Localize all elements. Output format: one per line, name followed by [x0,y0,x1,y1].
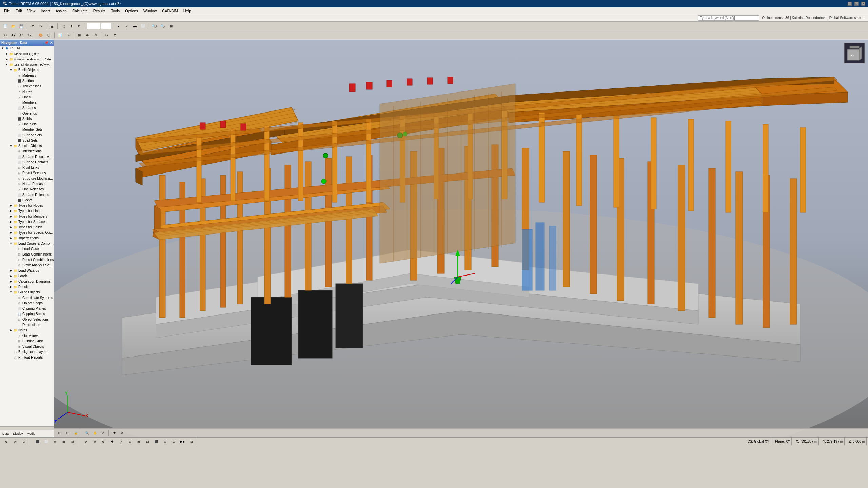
nav-data-tab[interactable]: Data [1,430,11,438]
menu-help[interactable]: Help [181,8,194,14]
snap-grid-btn[interactable]: ⊞ [76,32,83,39]
nav-guide-objects[interactable]: ▼ 📁 Guide Objects [0,290,54,295]
status-r11[interactable]: ⊙ [170,439,178,445]
results-btn[interactable]: 📊 [56,32,64,39]
snap-line-btn[interactable]: ⊙ [92,32,99,39]
viewport-3d[interactable]: X Y Z +X ⊞ ⊟ 🔒 [54,40,868,437]
nav-background-layers[interactable]: ⬚ Background Layers [0,349,54,355]
nav-imperfections[interactable]: ▶ 📁 Imperfections [0,236,54,241]
nav-linesets[interactable]: ╱ Line Sets [0,122,54,127]
menu-file[interactable]: File [1,8,13,14]
nav-nodes[interactable]: • Nodes [0,89,54,95]
nav-intersections[interactable]: ⊗ Intersections [0,149,54,154]
menu-tools[interactable]: Tools [108,8,122,14]
move-btn[interactable]: ✛ [67,22,75,30]
nav-guidelines[interactable]: ╱ Guidelines [0,333,54,339]
search-input[interactable] [698,15,759,21]
menu-insert[interactable]: Insert [38,8,53,14]
nav-load-cases[interactable]: ⊡ Load Cases [0,246,54,252]
vp-del-btn[interactable]: ✕ [119,429,126,437]
nav-basic-objects[interactable]: ▼ 📁 Basic Objects [0,67,54,73]
undo-btn[interactable]: ↶ [29,22,36,30]
render-btn[interactable]: 🎨 [37,32,44,39]
nav-surface-results-adj[interactable]: ⬜ Surface Results Adjustments [0,154,54,160]
nav-lines[interactable]: ╱ Lines [0,95,54,100]
line-btn[interactable]: ⟋ [123,22,131,30]
print-btn[interactable]: 🖨 [48,22,56,30]
nav-model001[interactable]: ▶ 📁 Model 001 (2).rf5* [0,51,54,57]
menu-view[interactable]: View [25,8,38,14]
view-cube[interactable]: +X [844,43,865,63]
open-btn[interactable]: 📂 [9,22,17,30]
view-xy-btn[interactable]: XY [9,32,17,39]
section-btn[interactable]: ⊘ [111,32,119,39]
status-view-btn1[interactable]: ⬛ [34,439,41,445]
vp-zoom-btn[interactable]: 🔍 [83,429,91,437]
nav-load-cases-comb[interactable]: ▼ 📁 Load Cases & Combinations [0,241,54,246]
nav-types-members[interactable]: ▶ 📁 Types for Members [0,214,54,219]
nav-sections[interactable]: ⬛ Sections [0,78,54,84]
nav-structure-mods[interactable]: ⊙ Structure Modifications [0,176,54,181]
nav-types-nodes[interactable]: ▶ 📁 Types for Nodes [0,203,54,208]
status-r8[interactable]: ⊡ [144,439,151,445]
menu-edit[interactable]: Edit [13,8,25,14]
select-btn[interactable]: ⬚ [59,22,67,30]
node-btn[interactable]: ● [115,22,122,30]
surface-btn[interactable]: ⬜ [139,22,147,30]
view-3d-btn[interactable]: 3D [1,32,9,39]
wire-btn[interactable]: ⬡ [45,32,53,39]
nav-model002[interactable]: ▶ 📁 www.timberdesign.cz_Este... [0,57,54,62]
nav-media-tab[interactable]: Media [25,430,37,438]
nav-rfem[interactable]: ▼ 🏗 RFEM [0,46,54,51]
new-btn[interactable]: 📄 [1,22,9,30]
nav-horizontal-scrollbar[interactable] [0,426,54,430]
status-view-btn3[interactable]: ▭ [51,439,59,445]
nav-object-selections[interactable]: ⊡ Object Selections [0,317,54,322]
status-r2[interactable]: ◈ [91,439,98,445]
rotate-btn[interactable]: ⟳ [76,22,83,30]
nav-materials[interactable]: ◈ Materials [0,73,54,78]
menu-calculate[interactable]: Calculate [70,8,91,14]
close-button[interactable]: ✕ [861,2,865,6]
nav-result-combinations[interactable]: ⊟ Result Combinations [0,257,54,263]
nav-clipping-planes[interactable]: ⬜ Clipping Planes [0,306,54,311]
menu-window[interactable]: Window [141,8,159,14]
status-r1[interactable]: ⊙ [82,439,90,445]
nav-dimensions[interactable]: ↔ Dimensions [0,322,54,328]
nav-membersets[interactable]: ─ Member Sets [0,127,54,133]
status-icon-btn3[interactable]: ⊙ [20,439,28,445]
nav-line-releases[interactable]: ╱ Line Releases [0,187,54,192]
nav-results[interactable]: ▶ 📁 Results [0,284,54,290]
nav-result-sections[interactable]: ⊟ Result Sections [0,170,54,176]
status-r6[interactable]: ⊟ [126,439,134,445]
status-view-btn5[interactable]: ⊡ [69,439,76,445]
vp-snap-btn[interactable]: ⊞ [56,429,63,437]
nav-nodal-releases[interactable]: ◎ Nodal Releases [0,181,54,187]
nav-load-wizards[interactable]: ▶ 📁 Load Wizards [0,268,54,273]
combo-input[interactable]: A [101,23,111,29]
vp-rotate-btn[interactable]: ⟳ [99,429,107,437]
status-r4[interactable]: ✚ [108,439,116,445]
nav-model003[interactable]: ▼ 📁 153_Kindergarten_(C)ww... [0,62,54,67]
nav-special-objects[interactable]: ▼ 📁 Special Objects [0,143,54,149]
status-r3[interactable]: ⊕ [100,439,107,445]
zoom-in-btn[interactable]: 🔍+ [151,22,159,30]
view-xz-btn[interactable]: XZ [18,32,25,39]
nav-object-snaps[interactable]: ⊙ Object Snaps [0,301,54,306]
nav-thicknesses[interactable]: ▭ Thicknesses [0,84,54,89]
nav-surface-releases[interactable]: ⬜ Surface Releases [0,192,54,198]
nav-notes[interactable]: ▶ 📁 Notes [0,328,54,333]
redo-btn[interactable]: ↷ [37,22,44,30]
navigator-close-btn[interactable]: ✕ [50,41,53,45]
maximize-button[interactable]: □ [854,2,859,6]
nav-coord-systems[interactable]: ⊕ Coordinate Systems [0,295,54,301]
nav-blocks[interactable]: ⬛ Blocks [0,198,54,203]
vp-hide-btn[interactable]: 👁 [111,429,118,437]
status-icon-btn2[interactable]: ◎ [12,439,19,445]
nav-static-analysis[interactable]: ⊙ Static Analysis Settings [0,263,54,268]
cut-plane-btn[interactable]: ✂ [103,32,111,39]
nav-solidsets[interactable]: ⬛ Solid Sets [0,138,54,143]
vp-lock-btn[interactable]: 🔒 [72,429,79,437]
status-r7[interactable]: ⊠ [135,439,142,445]
nav-visual-objects[interactable]: ◉ Visual Objects [0,344,54,349]
